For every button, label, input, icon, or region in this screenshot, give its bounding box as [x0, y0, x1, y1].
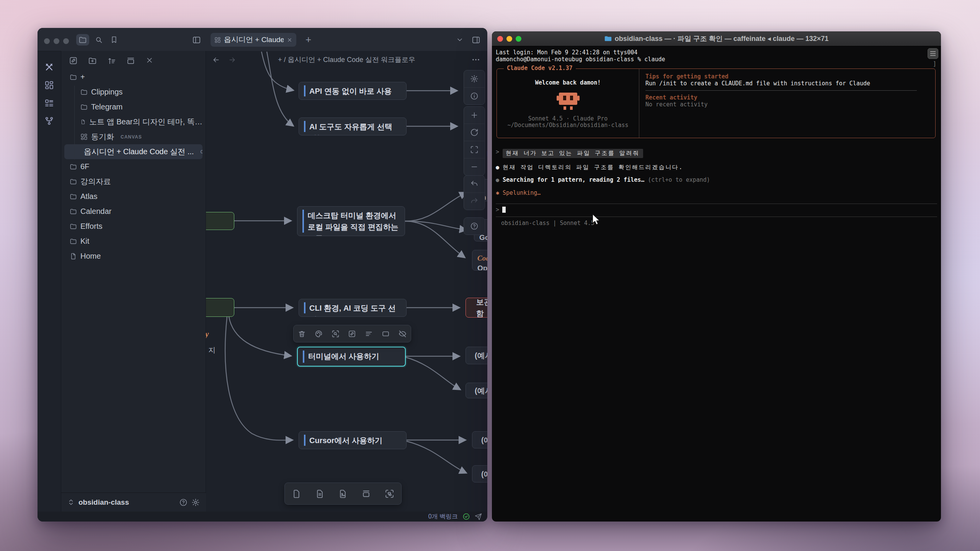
assistant-message: ● 현재 작업 디렉토리의 파일 구조를 확인해드리겠습니다. [496, 164, 937, 171]
settings-gear-icon[interactable] [191, 498, 200, 507]
canvas-settings-button[interactable] [464, 70, 485, 87]
tree-item-home[interactable]: Home [64, 249, 203, 264]
search-icon [95, 36, 103, 44]
canvas-node-cli[interactable]: CLI 환경, AI 코딩 도구 선택 [299, 299, 407, 317]
canvas-badge: CANVAS [200, 149, 203, 155]
trash-icon[interactable] [298, 330, 306, 338]
prompt-input[interactable]: > [496, 207, 937, 214]
search-button[interactable] [92, 34, 105, 46]
add-card-icon[interactable] [292, 489, 301, 499]
close-button[interactable] [44, 38, 50, 44]
zoom-out-button[interactable] [464, 158, 485, 175]
new-note-icon[interactable] [69, 56, 78, 65]
send-icon[interactable] [475, 513, 482, 520]
new-folder-icon[interactable] [88, 56, 97, 65]
canvas-node-example-clipped[interactable]: (예시 [466, 383, 487, 398]
user-message: > 현재 너가 보고 있는 파일 구조를 알려줘 [496, 149, 937, 158]
canvas-node-cursor-use[interactable]: Cursor에서 사용하기 [299, 431, 407, 449]
tree-item-label: Atlas [80, 192, 97, 201]
canvas-cards-icon[interactable] [44, 80, 54, 90]
eye-off-icon[interactable] [399, 330, 407, 338]
tree-item-plus-folder[interactable]: + [64, 70, 203, 85]
tips-title: Tips for getting started [645, 73, 928, 80]
shape-rectangle-icon[interactable] [382, 330, 390, 338]
canvas-node-green-clipped[interactable] [206, 212, 234, 230]
folder-icon [70, 193, 77, 200]
file-explorer: + Clippings Telegram 노트 앱 Bear의 디자인 테마, … [61, 51, 206, 512]
collapse-all-icon[interactable] [145, 56, 154, 64]
sort-icon[interactable] [107, 56, 116, 65]
tool-call-line[interactable]: ● Searching for 1 pattern, reading 2 fil… [496, 177, 937, 184]
collapse-panel-icon[interactable] [126, 56, 135, 65]
canvas-node-api[interactable]: API 연동 없이 바로 사용 [299, 82, 407, 100]
tree-item-sync-canvas[interactable]: 동기화 CANVAS [64, 129, 203, 144]
tree-item-label: 6F [80, 162, 89, 171]
tree-item-label: 강의자료 [80, 176, 111, 187]
terminal-title: obsidian-class — · 파일 구조 확인 — caffeinate… [492, 34, 941, 43]
canvas-help-panel [464, 217, 485, 235]
add-note-icon[interactable] [315, 489, 325, 499]
canvas-node-example-clipped[interactable]: (예시 [466, 347, 487, 364]
add-group-icon[interactable] [361, 489, 371, 499]
canvas-pane[interactable]: + / 옵시디언 + Claude Code 실전 워크플로우 y 지 API … [206, 51, 487, 512]
mouse-cursor [590, 213, 603, 229]
add-media-icon[interactable] [338, 489, 348, 499]
terminal-body[interactable]: Last login: Mon Feb 9 22:41:28 on ttys00… [492, 46, 941, 522]
tree-item-atlas[interactable]: Atlas [64, 189, 203, 204]
folder-icon [80, 103, 88, 111]
redo-button[interactable] [464, 192, 485, 210]
new-tab-button[interactable]: + [305, 34, 311, 45]
tip-line: Run /init to create a CLAUDE.md file wit… [645, 80, 928, 87]
tree-item-lecture[interactable]: 강의자료 [64, 174, 203, 189]
terminal-titlebar[interactable]: obsidian-class — · 파일 구조 확인 — caffeinate… [492, 31, 941, 46]
canvas-info-button[interactable] [464, 87, 485, 104]
canvas-node-example-clipped[interactable]: (예시 [472, 431, 487, 448]
folder-icon [70, 163, 77, 170]
zoom-in-button[interactable] [464, 107, 485, 124]
reset-zoom-button[interactable] [464, 124, 485, 141]
canvas-help-button[interactable] [464, 218, 485, 235]
more-options-icon[interactable] [471, 55, 480, 64]
toggle-right-sidebar-button[interactable] [469, 34, 482, 46]
explorer-nav [61, 51, 206, 67]
frame-select-icon[interactable] [385, 489, 394, 499]
folder-icon [70, 238, 77, 245]
tree-item-efforts[interactable]: Efforts [64, 219, 203, 234]
list-blocks-icon[interactable] [44, 98, 54, 108]
zoom-to-fit-button[interactable] [464, 141, 485, 158]
canvas-node-archive-clipped[interactable]: 보관함 [466, 298, 487, 318]
crossed-tools-icon[interactable] [44, 62, 54, 72]
sync-check-icon[interactable] [462, 513, 470, 520]
vault-switcher[interactable]: obsidian-class [61, 492, 206, 512]
bookmarks-button[interactable] [108, 34, 121, 46]
tab-canvas[interactable]: 옵시디언 + Claude Co... [211, 33, 296, 47]
help-icon[interactable] [179, 498, 188, 507]
tree-item-6f[interactable]: 6F [64, 159, 203, 174]
tree-item-calendar[interactable]: Calendar [64, 204, 203, 219]
canvas-node-green-clipped[interactable] [206, 298, 234, 317]
palette-icon[interactable] [315, 330, 323, 338]
align-left-icon[interactable] [365, 330, 373, 338]
tree-item-clippings[interactable]: Clippings [64, 85, 203, 99]
tab-list-button[interactable] [453, 34, 466, 46]
canvas-node-desktop-tool[interactable]: 데스크탑 터미널 환경에서 로컬 파일을 직접 편집하는 도구 [297, 206, 405, 236]
zoom-button[interactable] [63, 38, 69, 44]
zoom-to-selection-icon[interactable] [332, 330, 340, 338]
canvas-node-ai-tools[interactable]: AI 도구도 자유롭게 선택 가능 [299, 117, 407, 135]
tree-item-obsidian-claude-canvas[interactable]: 옵시디언 + Claude Code 실전 ... CANVAS [64, 144, 203, 159]
backlink-count[interactable]: 0개 백링크 [428, 513, 458, 521]
edit-icon[interactable] [348, 330, 356, 338]
files-tab-button[interactable] [76, 34, 89, 46]
undo-button[interactable] [464, 176, 485, 192]
tree-item-kit[interactable]: Kit [64, 234, 203, 249]
git-fork-icon[interactable] [44, 116, 54, 126]
canvas-node-terminal-use-selected[interactable]: 터미널에서 사용하기 [297, 347, 406, 367]
toggle-left-sidebar-button[interactable] [190, 34, 203, 46]
tree-item-telegram[interactable]: Telegram [64, 99, 203, 114]
tree-item-bear-note[interactable]: 노트 앱 Bear의 디자인 테마, 똑같이 구현해... [64, 114, 203, 129]
canvas-node-clipped[interactable]: CodeOper [472, 250, 487, 271]
minimize-button[interactable] [54, 38, 59, 44]
obsidian-titlebar[interactable]: 옵시디언 + Claude Co... + [38, 28, 487, 51]
close-tab-icon[interactable] [287, 37, 292, 43]
canvas-node-example-clipped[interactable]: (예시 [472, 465, 487, 483]
